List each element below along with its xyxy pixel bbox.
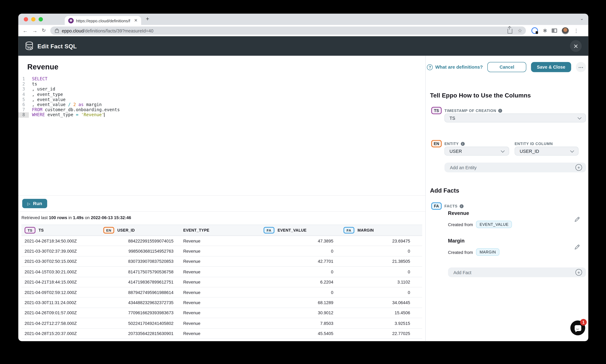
created-from-label: Created from [448,222,473,227]
sql-line: 5, event_value [18,97,425,102]
column-header: TSTS [22,227,100,234]
table-row: 2021-04-09T02:59:12.000Z8879427495961988… [22,287,422,298]
ts-badge: TS [431,107,442,114]
add-fact-button[interactable]: Add Fact + [448,267,586,277]
column-type-badge: FA [264,227,274,234]
save-and-close-button[interactable]: Save & Close [531,62,571,72]
sql-code: , user_id [29,87,55,92]
column-header: FAMARGIN [333,227,422,234]
forward-button[interactable]: → [32,28,38,33]
table-cell: Revenue [174,259,263,264]
table-cell: 0 [333,290,422,295]
sql-code: FROM customer_db.onboarding.events [29,107,120,112]
info-icon[interactable]: i [461,142,464,146]
lock-icon [55,29,59,33]
password-extension-icon[interactable] [532,27,538,34]
tab-search-chevron-icon[interactable]: ⌄ [580,16,583,21]
table-cell: 2021-03-30T02:50:15.000Z [22,259,100,264]
tab-close-icon[interactable]: ✕ [134,18,138,23]
modal-close-button[interactable]: × [570,40,582,52]
extensions-puzzle-icon[interactable]: ✱ [543,28,547,34]
browser-menu-icon[interactable]: ⋮ [574,28,579,34]
edit-pencil-icon[interactable] [574,244,580,250]
browser-tab[interactable]: ✽ https://eppo.cloud/definitions/f ✕ [65,16,141,25]
created-from-label: Created from [448,250,473,254]
column-type-badge: TS [25,227,36,234]
run-button[interactable]: ▷ Run [22,199,47,208]
table-row: 2021-03-30T02:50:15.000Z8307339070837520… [22,256,422,267]
tab-title: https://eppo.cloud/definitions/f [76,18,132,23]
entity-id-column-select[interactable]: USER_ID [515,147,579,156]
svg-text:SQL: SQL [27,46,33,49]
table-row: 2021-04-01T09:17:27.000Z0719142474800140… [22,339,422,341]
sql-code: , event_type [29,92,63,97]
maximize-window-button[interactable] [39,17,43,22]
table-cell: 2021-04-26T09:01:57.000Z [22,311,100,315]
minimize-window-button[interactable] [31,17,36,22]
table-cell: Revenue [174,238,263,243]
reload-button[interactable]: ↻ [42,28,46,33]
table-row: 2021-03-30T02:37:39.000Z9985063681154952… [22,246,422,256]
entity-select[interactable]: USER [444,147,509,156]
table-cell: Revenue [174,321,263,325]
new-tab-button[interactable]: + [146,15,149,22]
close-window-button[interactable] [24,17,28,22]
add-facts-heading: Add Facts [430,187,459,194]
table-cell: 22.77025 [333,331,422,336]
side-panel-icon[interactable] [552,28,557,33]
column-header: EVENT_TYPE [174,228,263,233]
table-cell: 7709616629393983673 [100,311,174,315]
table-cell: 2021-03-30T02:37:39.000Z [22,249,100,253]
table-cell: 2021-04-15T03:30:21.000Z [22,269,100,274]
table-body: 2021-04-26T18:34:50.000Z8842229915599074… [22,236,422,341]
chat-launcher-button[interactable]: 1 [570,321,585,335]
more-options-button[interactable]: ⋯ [576,62,586,72]
sql-editor[interactable]: 1SELECT2ts3, user_id4, event_type5, even… [18,77,425,195]
info-icon[interactable]: i [460,204,464,208]
bookmark-star-icon[interactable]: ☆ [518,28,522,34]
config-panel: ? What are definitions? Cancel Save & Cl… [426,56,588,341]
table-cell: 0 [333,269,422,274]
table-cell: 7.8503 [263,321,333,325]
sql-line: 8WHERE event_type = 'Revenue' [18,112,425,117]
address-bar[interactable]: eppo.cloud/definitions/facts/39?measureI… [51,26,526,35]
table-cell: 2021-04-21T18:44:15.000Z [22,280,100,284]
table-cell: 5022417049241405802 [100,321,174,325]
run-row: ▷ Run [18,195,425,211]
back-button[interactable]: ← [23,28,28,33]
table-cell: Revenue [174,311,263,315]
table-cell: 47.3895 [263,238,333,243]
fact-name: Margin [448,238,580,244]
edit-pencil-icon[interactable] [574,216,580,223]
column-type-badge: EN [103,227,114,234]
sql-line: 6, event_value / 2 as margin [18,102,425,107]
plus-circle-icon: + [575,164,582,171]
help-question-icon: ? [427,64,433,70]
cancel-button[interactable]: Cancel [488,62,526,72]
fa-badge: FA [431,202,442,210]
source-column-chip: EVENT_VALUE [476,221,512,228]
table-cell: Revenue [174,269,263,274]
share-icon[interactable] [508,29,512,34]
tab-strip: ✽ https://eppo.cloud/definitions/f ✕ + ⌄ [18,14,588,25]
table-cell: 2021-03-30T11:31:24.000Z [22,300,100,305]
play-icon: ▷ [27,201,30,206]
table-cell: Revenue [174,249,263,253]
modal-header: SQL Edit Fact SQL × [18,36,588,56]
table-cell: 2073356422815630901 [100,331,174,336]
add-entity-button[interactable]: Add an Entity + [444,163,586,172]
editor-pane: Revenue 1SELECT2ts3, user_id4, event_typ… [18,56,426,341]
panel-title: Tell Eppo How to Use the Columns [430,92,531,99]
line-number: 4 [18,92,29,97]
line-number: 6 [18,102,29,107]
modal-content: Revenue 1SELECT2ts3, user_id4, event_typ… [18,56,588,341]
info-icon[interactable]: i [498,109,502,112]
profile-avatar[interactable] [562,27,569,34]
table-cell: 2021-04-09T02:59:12.000Z [22,290,100,295]
timestamp-select[interactable]: TS [444,114,586,123]
fact-sql-name: Revenue [27,63,425,71]
line-number: 2 [18,82,29,87]
facts-label: FACTSi [444,204,464,208]
what-are-definitions-link[interactable]: ? What are definitions? [427,64,483,70]
table-cell: Revenue [174,280,263,284]
